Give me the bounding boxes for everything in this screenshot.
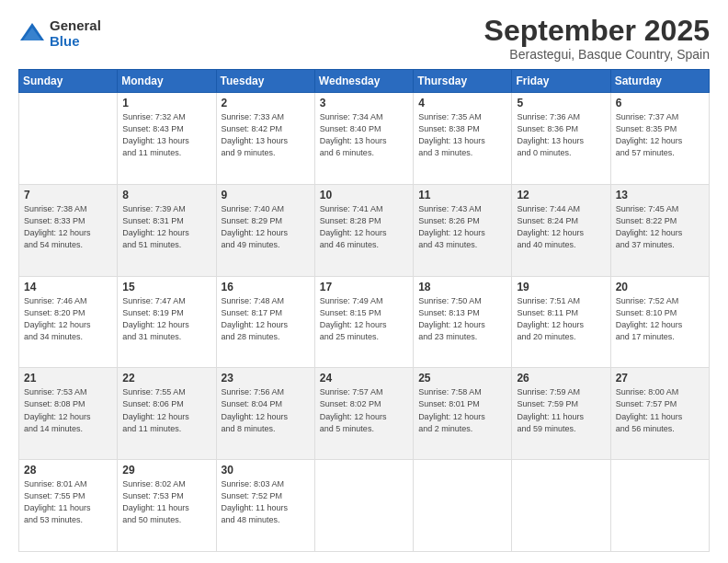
table-row bbox=[610, 460, 709, 552]
day-number: 12 bbox=[517, 189, 605, 201]
day-number: 3 bbox=[320, 97, 408, 109]
day-number: 18 bbox=[418, 281, 506, 293]
day-info: Sunrise: 8:03 AM Sunset: 7:52 PM Dayligh… bbox=[222, 478, 310, 526]
table-row: 16Sunrise: 7:48 AM Sunset: 8:17 PM Dayli… bbox=[216, 276, 314, 368]
day-number: 2 bbox=[222, 97, 310, 109]
table-row: 14Sunrise: 7:46 AM Sunset: 8:20 PM Dayli… bbox=[19, 276, 118, 368]
logo-icon bbox=[18, 20, 46, 48]
logo: General Blue bbox=[18, 18, 101, 49]
day-info: Sunrise: 7:37 AM Sunset: 8:35 PM Dayligh… bbox=[616, 111, 704, 159]
day-info: Sunrise: 7:59 AM Sunset: 7:59 PM Dayligh… bbox=[517, 386, 605, 434]
day-info: Sunrise: 7:56 AM Sunset: 8:04 PM Dayligh… bbox=[222, 386, 310, 434]
weekday-header-thursday: Thursday bbox=[414, 70, 512, 93]
month-title: September 2025 bbox=[484, 15, 710, 47]
day-number: 16 bbox=[222, 281, 310, 293]
table-row: 3Sunrise: 7:34 AM Sunset: 8:40 PM Daylig… bbox=[314, 93, 413, 185]
day-number: 24 bbox=[320, 372, 408, 385]
day-number: 17 bbox=[320, 281, 408, 293]
day-info: Sunrise: 8:00 AM Sunset: 7:57 PM Dayligh… bbox=[616, 386, 704, 434]
day-number: 29 bbox=[122, 464, 210, 477]
table-row: 25Sunrise: 7:58 AM Sunset: 8:01 PM Dayli… bbox=[414, 368, 512, 460]
table-row: 2Sunrise: 7:33 AM Sunset: 8:42 PM Daylig… bbox=[216, 93, 314, 185]
day-number: 5 bbox=[517, 97, 605, 109]
day-info: Sunrise: 7:35 AM Sunset: 8:38 PM Dayligh… bbox=[418, 111, 506, 159]
day-number: 23 bbox=[222, 372, 310, 385]
day-number: 20 bbox=[616, 281, 704, 293]
day-info: Sunrise: 8:01 AM Sunset: 7:55 PM Dayligh… bbox=[24, 478, 112, 526]
table-row: 18Sunrise: 7:50 AM Sunset: 8:13 PM Dayli… bbox=[414, 276, 512, 368]
day-info: Sunrise: 7:52 AM Sunset: 8:10 PM Dayligh… bbox=[616, 295, 704, 343]
day-info: Sunrise: 7:58 AM Sunset: 8:01 PM Dayligh… bbox=[418, 386, 506, 434]
table-row: 8Sunrise: 7:39 AM Sunset: 8:31 PM Daylig… bbox=[118, 184, 216, 276]
day-number: 11 bbox=[418, 189, 506, 201]
table-row: 9Sunrise: 7:40 AM Sunset: 8:29 PM Daylig… bbox=[216, 184, 314, 276]
day-number: 7 bbox=[24, 189, 112, 201]
table-row: 4Sunrise: 7:35 AM Sunset: 8:38 PM Daylig… bbox=[414, 93, 512, 185]
day-info: Sunrise: 7:36 AM Sunset: 8:36 PM Dayligh… bbox=[517, 111, 605, 159]
table-row: 19Sunrise: 7:51 AM Sunset: 8:11 PM Dayli… bbox=[512, 276, 610, 368]
table-row: 30Sunrise: 8:03 AM Sunset: 7:52 PM Dayli… bbox=[216, 460, 314, 552]
table-row: 10Sunrise: 7:41 AM Sunset: 8:28 PM Dayli… bbox=[314, 184, 413, 276]
table-row: 13Sunrise: 7:45 AM Sunset: 8:22 PM Dayli… bbox=[610, 184, 709, 276]
table-row: 26Sunrise: 7:59 AM Sunset: 7:59 PM Dayli… bbox=[512, 368, 610, 460]
day-info: Sunrise: 7:38 AM Sunset: 8:33 PM Dayligh… bbox=[24, 203, 112, 251]
day-info: Sunrise: 7:32 AM Sunset: 8:43 PM Dayligh… bbox=[122, 111, 210, 159]
day-number: 1 bbox=[122, 97, 210, 109]
day-number: 4 bbox=[418, 97, 506, 109]
calendar-table: SundayMondayTuesdayWednesdayThursdayFrid… bbox=[18, 69, 710, 552]
day-info: Sunrise: 7:45 AM Sunset: 8:22 PM Dayligh… bbox=[616, 203, 704, 251]
weekday-header-sunday: Sunday bbox=[19, 70, 118, 93]
day-info: Sunrise: 7:44 AM Sunset: 8:24 PM Dayligh… bbox=[517, 203, 605, 251]
day-number: 25 bbox=[418, 372, 506, 385]
day-number: 13 bbox=[616, 189, 704, 201]
table-row: 23Sunrise: 7:56 AM Sunset: 8:04 PM Dayli… bbox=[216, 368, 314, 460]
day-info: Sunrise: 7:47 AM Sunset: 8:19 PM Dayligh… bbox=[122, 295, 210, 343]
day-info: Sunrise: 7:39 AM Sunset: 8:31 PM Dayligh… bbox=[122, 203, 210, 251]
table-row bbox=[512, 460, 610, 552]
day-info: Sunrise: 7:50 AM Sunset: 8:13 PM Dayligh… bbox=[418, 295, 506, 343]
weekday-header-wednesday: Wednesday bbox=[314, 70, 413, 93]
table-row: 12Sunrise: 7:44 AM Sunset: 8:24 PM Dayli… bbox=[512, 184, 610, 276]
table-row: 11Sunrise: 7:43 AM Sunset: 8:26 PM Dayli… bbox=[414, 184, 512, 276]
weekday-header-saturday: Saturday bbox=[610, 70, 709, 93]
logo-general-text: General bbox=[50, 18, 101, 34]
day-info: Sunrise: 7:55 AM Sunset: 8:06 PM Dayligh… bbox=[122, 386, 210, 434]
day-info: Sunrise: 7:48 AM Sunset: 8:17 PM Dayligh… bbox=[222, 295, 310, 343]
day-info: Sunrise: 7:53 AM Sunset: 8:08 PM Dayligh… bbox=[24, 386, 112, 434]
table-row: 27Sunrise: 8:00 AM Sunset: 7:57 PM Dayli… bbox=[610, 368, 709, 460]
day-number: 14 bbox=[24, 281, 112, 293]
location-subtitle: Berastegui, Basque Country, Spain bbox=[484, 47, 710, 62]
table-row bbox=[19, 93, 118, 185]
table-row: 29Sunrise: 8:02 AM Sunset: 7:53 PM Dayli… bbox=[118, 460, 216, 552]
day-info: Sunrise: 7:46 AM Sunset: 8:20 PM Dayligh… bbox=[24, 295, 112, 343]
table-row: 22Sunrise: 7:55 AM Sunset: 8:06 PM Dayli… bbox=[118, 368, 216, 460]
day-info: Sunrise: 7:57 AM Sunset: 8:02 PM Dayligh… bbox=[320, 386, 408, 434]
table-row: 5Sunrise: 7:36 AM Sunset: 8:36 PM Daylig… bbox=[512, 93, 610, 185]
table-row bbox=[314, 460, 413, 552]
day-number: 28 bbox=[24, 464, 112, 477]
day-number: 9 bbox=[222, 189, 310, 201]
day-number: 10 bbox=[320, 189, 408, 201]
weekday-header-friday: Friday bbox=[512, 70, 610, 93]
table-row: 15Sunrise: 7:47 AM Sunset: 8:19 PM Dayli… bbox=[118, 276, 216, 368]
day-info: Sunrise: 7:41 AM Sunset: 8:28 PM Dayligh… bbox=[320, 203, 408, 251]
table-row: 17Sunrise: 7:49 AM Sunset: 8:15 PM Dayli… bbox=[314, 276, 413, 368]
day-info: Sunrise: 7:34 AM Sunset: 8:40 PM Dayligh… bbox=[320, 111, 408, 159]
table-row bbox=[414, 460, 512, 552]
day-info: Sunrise: 7:51 AM Sunset: 8:11 PM Dayligh… bbox=[517, 295, 605, 343]
day-number: 8 bbox=[122, 189, 210, 201]
day-number: 26 bbox=[517, 372, 605, 385]
weekday-header-tuesday: Tuesday bbox=[216, 70, 314, 93]
day-number: 6 bbox=[616, 97, 704, 109]
day-number: 15 bbox=[122, 281, 210, 293]
day-info: Sunrise: 7:49 AM Sunset: 8:15 PM Dayligh… bbox=[320, 295, 408, 343]
table-row: 24Sunrise: 7:57 AM Sunset: 8:02 PM Dayli… bbox=[314, 368, 413, 460]
weekday-header-monday: Monday bbox=[118, 70, 216, 93]
table-row: 1Sunrise: 7:32 AM Sunset: 8:43 PM Daylig… bbox=[118, 93, 216, 185]
table-row: 20Sunrise: 7:52 AM Sunset: 8:10 PM Dayli… bbox=[610, 276, 709, 368]
logo-blue-text: Blue bbox=[50, 34, 101, 50]
title-section: September 2025 Berastegui, Basque Countr… bbox=[484, 15, 710, 62]
day-number: 27 bbox=[616, 372, 704, 385]
table-row: 6Sunrise: 7:37 AM Sunset: 8:35 PM Daylig… bbox=[610, 93, 709, 185]
table-row: 7Sunrise: 7:38 AM Sunset: 8:33 PM Daylig… bbox=[19, 184, 118, 276]
